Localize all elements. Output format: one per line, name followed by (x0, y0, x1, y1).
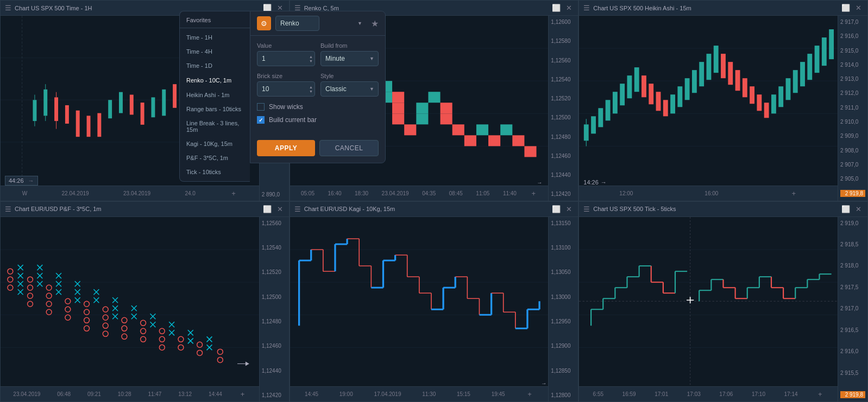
close-btn-5[interactable]: ✕ (564, 206, 574, 213)
menu-icon-5[interactable]: ☰ (294, 205, 301, 213)
sidebar-item-heikin-1m[interactable]: Heikin Ashi - 1m (180, 88, 250, 102)
svg-rect-14 (65, 105, 69, 124)
build-from-select[interactable]: Minute Tick Second (320, 51, 379, 66)
brick-size-spinners: ▲ ▼ (309, 81, 313, 97)
add-col-btn-6[interactable]: + (816, 391, 824, 398)
close-btn-2[interactable]: ✕ (564, 4, 574, 11)
svg-rect-52 (392, 113, 404, 124)
svg-rect-82 (649, 84, 654, 104)
heikin-svg (579, 16, 838, 184)
show-wicks-label: Show wicks (269, 103, 303, 111)
chart-title-1: ☰ Chart US SPX 500 Time - 1H (5, 4, 92, 12)
favorites-header: Favorites (180, 11, 250, 28)
menu-icon-1[interactable]: ☰ (5, 4, 11, 12)
apply-button[interactable]: APPLY (257, 140, 315, 156)
sidebar-item-range-bars[interactable]: Range bars - 10ticks (180, 102, 250, 116)
expand-arrow-2: → (532, 180, 546, 186)
favorite-star-button[interactable]: ★ (371, 18, 379, 29)
chart-title-text-2: Renko C, 5m (304, 5, 339, 11)
sidebar-item-label-8: P&F - 3*5C, 1m (186, 155, 228, 161)
menu-icon-4[interactable]: ☰ (5, 205, 11, 213)
show-wicks-checkbox[interactable] (257, 103, 265, 111)
build-current-bar-checkbox[interactable]: ✓ (257, 116, 265, 124)
modal-body: Value ▲ ▼ Build from Minute Tic (250, 36, 385, 136)
chart-header-4: ☰ Chart EUR/USD P&F - 3*5C, 1m ⬜ ✕ (1, 202, 289, 217)
add-col-btn-2[interactable]: + (530, 190, 537, 197)
sidebar-item-time-1d[interactable]: Time - 1D (180, 59, 250, 73)
sidebar-item-time-4h[interactable]: Time - 4H (180, 44, 250, 59)
svg-rect-91 (714, 46, 719, 73)
price-scale-6: 2 919,0 2 918,5 2 918,0 2 917,5 2 917,0 … (838, 217, 867, 402)
add-col-btn-4[interactable]: + (239, 391, 247, 398)
svg-rect-24 (173, 84, 177, 108)
brick-down-btn[interactable]: ▼ (309, 90, 313, 93)
value-down-btn[interactable]: ▼ (309, 59, 313, 63)
add-col-btn-1[interactable]: + (230, 190, 237, 197)
value-buildfrom-row: Value ▲ ▼ Build from Minute Tic (257, 42, 379, 66)
svg-rect-254 (579, 217, 838, 386)
value-up-btn[interactable]: ▲ (309, 55, 313, 59)
close-btn-3[interactable]: ✕ (854, 4, 863, 11)
settings-gear-button[interactable]: ⚙ (257, 16, 271, 30)
cancel-button[interactable]: CANCEL (319, 140, 379, 156)
brick-size-input-wrapper: ▲ ▼ (257, 81, 315, 97)
svg-rect-56 (428, 92, 440, 103)
sidebar-item-time-1h[interactable]: Time - 1H (180, 30, 250, 44)
menu-icon-6[interactable]: ☰ (583, 205, 590, 213)
svg-rect-99 (771, 94, 776, 113)
close-btn-6[interactable]: ✕ (854, 206, 863, 213)
svg-rect-61 (476, 124, 488, 135)
add-col-btn-3[interactable]: + (790, 190, 797, 197)
svg-rect-79 (627, 75, 632, 98)
brick-size-input[interactable] (257, 81, 315, 97)
brick-up-btn[interactable]: ▲ (309, 85, 313, 89)
candles-area-5 (290, 217, 549, 386)
svg-rect-94 (735, 70, 740, 91)
chart-type-select[interactable]: Renko Time Heikin Ashi Kagi P&F Range ba… (275, 16, 319, 31)
style-select-wrapper: Classic Hollow Colored (320, 81, 379, 97)
chart-title-text-1: Chart US SPX 500 Time - 1H (15, 5, 92, 11)
sidebar-item-line-break[interactable]: Line Break - 3 lines, 15m (180, 116, 250, 137)
svg-rect-208 (290, 217, 549, 386)
svg-rect-107 (829, 29, 834, 59)
maximize-btn-6[interactable]: ⬜ (840, 206, 852, 213)
svg-rect-50 (392, 92, 404, 103)
style-label: Style (320, 73, 379, 79)
chart-controls-2: ⬜ ✕ (550, 4, 574, 11)
svg-rect-15 (76, 111, 80, 137)
chart-controls-5: ⬜ ✕ (550, 206, 574, 213)
style-select[interactable]: Classic Hollow Colored (320, 81, 379, 97)
menu-icon-3[interactable]: ☰ (583, 4, 590, 12)
svg-rect-17 (97, 113, 101, 137)
maximize-btn-2[interactable]: ⬜ (550, 4, 562, 11)
maximize-btn-3[interactable]: ⬜ (840, 4, 852, 11)
value-group: Value ▲ ▼ (257, 42, 315, 66)
svg-rect-87 (685, 78, 690, 100)
close-btn-4[interactable]: ✕ (275, 206, 285, 213)
svg-rect-20 (130, 95, 134, 115)
add-col-btn-5[interactable]: + (526, 391, 533, 398)
chart-controls-6: ⬜ ✕ (840, 206, 863, 213)
candles-area-3 (579, 16, 838, 184)
svg-rect-86 (678, 86, 683, 107)
svg-rect-95 (743, 78, 747, 97)
chart-title-5: ☰ Chart EUR/USD Kagi - 10Kg, 15m (294, 205, 395, 213)
value-label: Value (257, 42, 315, 49)
svg-rect-100 (779, 86, 784, 107)
sidebar-item-kagi-10kg[interactable]: Kagi - 10Kg, 15m (180, 137, 250, 151)
sidebar-item-pf-3x5c[interactable]: P&F - 3*5C, 1m (180, 151, 250, 165)
svg-rect-84 (663, 100, 668, 116)
chart-header-3: ☰ Chart US SPX 500 Heikin Ashi - 15m ⬜ ✕ (579, 1, 867, 16)
value-input[interactable] (257, 51, 315, 66)
sidebar-item-renko-10c-1m[interactable]: Renko - 10C, 1m 🗑 (180, 73, 250, 88)
svg-rect-105 (815, 46, 820, 73)
maximize-btn-5[interactable]: ⬜ (550, 206, 562, 213)
chart-body-3: AUTO (579, 16, 867, 201)
svg-rect-83 (656, 92, 661, 111)
sidebar-item-tick-10ticks[interactable]: Tick - 10ticks (180, 165, 250, 179)
expand-arrow-5: → (541, 380, 546, 386)
maximize-btn-4[interactable]: ⬜ (261, 206, 273, 213)
svg-rect-90 (707, 54, 712, 80)
build-from-label: Build from (320, 42, 379, 49)
svg-rect-89 (700, 62, 705, 86)
